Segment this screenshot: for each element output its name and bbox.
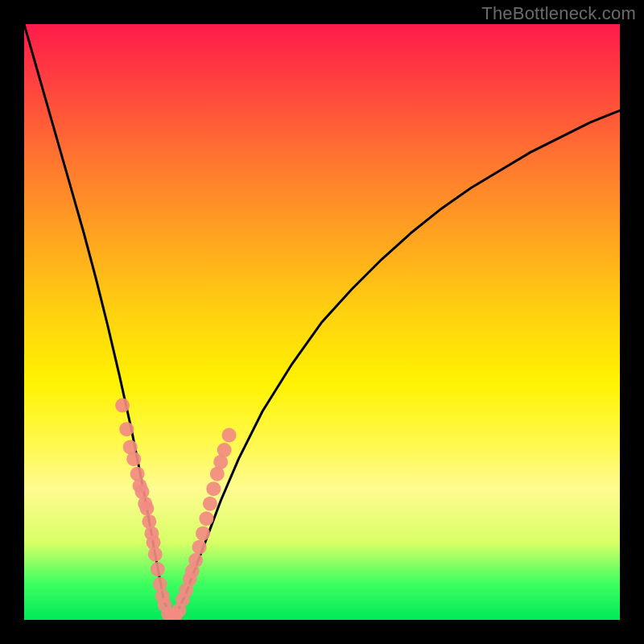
- plot-area: [24, 24, 620, 620]
- scatter-dot: [222, 428, 237, 443]
- scatter-dot: [148, 547, 163, 562]
- scatter-dot: [153, 577, 167, 592]
- scatter-dot: [126, 452, 141, 466]
- scatter-dot: [115, 398, 130, 413]
- scatter-dot: [203, 497, 217, 511]
- scatter-dot: [206, 481, 221, 496]
- chart-frame: TheBottleneck.com: [0, 0, 644, 644]
- chart-svg: [24, 24, 620, 620]
- scatter-dot: [199, 511, 213, 526]
- scatter-dot: [151, 562, 165, 576]
- scatter-dot: [139, 502, 154, 516]
- bottleneck-curve: [24, 24, 620, 620]
- watermark-text: TheBottleneck.com: [481, 3, 636, 24]
- scatter-dot: [196, 526, 210, 541]
- scatter-dot: [188, 553, 203, 568]
- scatter-dot: [130, 467, 145, 481]
- scatter-dot: [142, 514, 156, 529]
- scatter-dot: [119, 422, 134, 436]
- scatter-dot: [192, 540, 207, 555]
- scatter-dot: [217, 443, 232, 457]
